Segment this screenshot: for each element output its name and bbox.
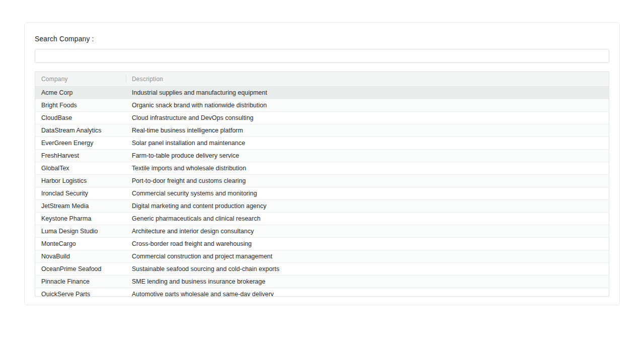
company-cell: Harbor Logistics xyxy=(35,174,126,187)
description-cell: Cloud infrastructure and DevOps consulti… xyxy=(126,111,609,124)
description-cell: Generic pharmaceuticals and clinical res… xyxy=(126,212,609,225)
search-input[interactable] xyxy=(35,49,609,63)
table-row[interactable]: Ironclad Security Commercial security sy… xyxy=(35,187,609,199)
table-row[interactable]: EverGreen Energy Solar panel installatio… xyxy=(35,137,609,149)
description-cell: Organic snack brand with nationwide dist… xyxy=(126,99,609,111)
table-row[interactable]: NovaBuild Commercial construction and pr… xyxy=(35,250,609,262)
description-cell: Industrial supplies and manufacturing eq… xyxy=(126,86,609,99)
company-table-grid: Company Description Acme Corp Industrial… xyxy=(35,72,609,297)
table-row[interactable]: FreshHarvest Farm-to-table produce deliv… xyxy=(35,149,609,162)
table-row[interactable]: Pinnacle Finance SME lending and busines… xyxy=(35,275,609,288)
company-cell: JetStream Media xyxy=(35,199,126,212)
company-cell: Pinnacle Finance xyxy=(35,275,126,288)
description-cell: Commercial security systems and monitori… xyxy=(126,187,609,199)
table-row[interactable]: QuickServe Parts Automotive parts wholes… xyxy=(35,288,609,297)
table-row[interactable]: Acme Corp Industrial supplies and manufa… xyxy=(35,86,609,99)
description-cell: Solar panel installation and maintenance xyxy=(126,137,609,149)
description-cell: Real-time business intelligence platform xyxy=(126,124,609,137)
company-cell: Keystone Pharma xyxy=(35,212,126,225)
table-row[interactable]: JetStream Media Digital marketing and co… xyxy=(35,199,609,212)
description-cell: Architecture and interior design consult… xyxy=(126,225,609,237)
company-cell: Acme Corp xyxy=(35,86,126,99)
table-row[interactable]: DataStream Analytics Real-time business … xyxy=(35,124,609,137)
company-cell: CloudBase xyxy=(35,111,126,124)
company-cell: NovaBuild xyxy=(35,250,126,262)
company-cell: OceanPrime Seafood xyxy=(35,262,126,275)
company-cell: Bright Foods xyxy=(35,99,126,111)
company-cell: QuickServe Parts xyxy=(35,288,126,297)
description-cell: Digital marketing and content production… xyxy=(126,199,609,212)
company-cell: Ironclad Security xyxy=(35,187,126,199)
table-header-row: Company Description xyxy=(35,72,609,86)
company-table: Company Description Acme Corp Industrial… xyxy=(35,72,609,297)
description-cell: Commercial construction and project mana… xyxy=(126,250,609,262)
company-cell: MonteCargo xyxy=(35,237,126,250)
column-header-description[interactable]: Description xyxy=(126,72,609,86)
table-row[interactable]: GlobalTex Textile imports and wholesale … xyxy=(35,162,609,174)
search-company-label: Search Company : xyxy=(35,35,609,43)
table-row[interactable]: Luma Design Studio Architecture and inte… xyxy=(35,225,609,237)
table-row[interactable]: CloudBase Cloud infrastructure and DevOp… xyxy=(35,111,609,124)
company-cell: DataStream Analytics xyxy=(35,124,126,137)
table-row[interactable]: Bright Foods Organic snack brand with na… xyxy=(35,99,609,111)
description-cell: Cross-border road freight and warehousin… xyxy=(126,237,609,250)
description-cell: SME lending and business insurance broke… xyxy=(126,275,609,288)
table-body: Acme Corp Industrial supplies and manufa… xyxy=(35,86,609,297)
company-cell: EverGreen Energy xyxy=(35,137,126,149)
company-cell: Luma Design Studio xyxy=(35,225,126,237)
table-row[interactable]: Harbor Logistics Port-to-door freight an… xyxy=(35,174,609,187)
description-cell: Textile imports and wholesale distributi… xyxy=(126,162,609,174)
description-cell: Automotive parts wholesale and same-day … xyxy=(126,288,609,297)
table-row[interactable]: OceanPrime Seafood Sustainable seafood s… xyxy=(35,262,609,275)
search-panel: Search Company : Company Description Acm… xyxy=(24,22,620,305)
company-cell: FreshHarvest xyxy=(35,149,126,162)
company-cell: GlobalTex xyxy=(35,162,126,174)
table-row[interactable]: Keystone Pharma Generic pharmaceuticals … xyxy=(35,212,609,225)
description-cell: Port-to-door freight and customs clearin… xyxy=(126,174,609,187)
description-cell: Sustainable seafood sourcing and cold-ch… xyxy=(126,262,609,275)
table-row[interactable]: MonteCargo Cross-border road freight and… xyxy=(35,237,609,250)
column-header-company[interactable]: Company xyxy=(35,72,126,86)
description-cell: Farm-to-table produce delivery service xyxy=(126,149,609,162)
